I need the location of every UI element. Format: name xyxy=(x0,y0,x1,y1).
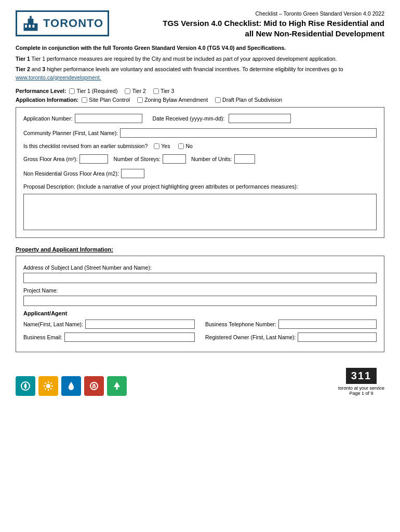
nonres-item: Non Residential Gross Floor Area (m2): xyxy=(23,169,144,178)
intro-bold: Complete in conjunction with the full To… xyxy=(16,45,384,51)
phone-col: Business Telephone Number: xyxy=(205,320,377,329)
units-item: Number of Units: xyxy=(191,154,255,164)
page-number: Page 1 of 9 xyxy=(349,391,373,396)
logo-text: TORONTO xyxy=(43,17,103,30)
tier-checkbox-group: Tier 1 (Required) Tier 2 Tier 3 xyxy=(69,88,174,94)
eco-icon xyxy=(88,380,100,392)
teal-icon xyxy=(16,376,35,396)
tier2-label: Tier 2 xyxy=(132,88,145,94)
svg-rect-5 xyxy=(33,25,35,28)
tier3-label: Tier 3 xyxy=(161,88,174,94)
no-label: No xyxy=(185,143,192,149)
property-form-box: Address of Subject Land (Street Number a… xyxy=(16,256,384,352)
draft-plan-item: Draft Plan of Subdivision xyxy=(215,97,282,103)
business-tel-input[interactable] xyxy=(278,320,377,329)
revised-label: Is this checklist revised from an earlie… xyxy=(23,143,148,149)
date-received-input[interactable] xyxy=(229,114,291,123)
community-planner-row: Community Planner (First, Last Name): xyxy=(23,128,377,138)
main-form-box: Application Number: Date Received (yyyy-… xyxy=(16,107,384,238)
site-plan-label: Site Plan Control xyxy=(89,97,130,103)
red-icon xyxy=(84,376,104,396)
svg-line-14 xyxy=(51,383,52,384)
intro-section: Complete in conjunction with the full To… xyxy=(16,45,384,82)
blue-icon xyxy=(61,376,81,396)
svg-rect-1 xyxy=(28,19,34,23)
name-input[interactable] xyxy=(85,320,195,329)
reg-owner-input[interactable] xyxy=(298,332,377,342)
date-received-label: Date Received (yyyy-mm-dd): xyxy=(153,115,225,122)
no-checkbox[interactable] xyxy=(178,143,184,149)
gfa-label: Gross Floor Area (m²): xyxy=(23,156,77,162)
yes-item: Yes xyxy=(154,143,170,149)
header-subtitle: Checklist – Toronto Green Standard Versi… xyxy=(119,10,384,17)
units-label: Number of Units: xyxy=(191,156,232,162)
logo-area: TORONTO xyxy=(16,10,109,36)
site-plan-item: Site Plan Control xyxy=(82,97,130,103)
tier1-checkbox-item: Tier 1 (Required) xyxy=(69,88,117,94)
name-col: Name(First, Last Name): xyxy=(23,320,195,329)
name-phone-row: Name(First, Last Name): Business Telepho… xyxy=(23,320,377,329)
tier3-checkbox-item: Tier 3 xyxy=(153,88,174,94)
project-name-input[interactable] xyxy=(23,296,377,306)
green-icon xyxy=(107,376,127,396)
business-tel-label: Business Telephone Number: xyxy=(205,321,276,327)
svg-rect-2 xyxy=(30,16,32,19)
header-title: TGS Version 4.0 Checklist: Mid to High R… xyxy=(119,18,384,38)
applicant-title: Applicant/Agent xyxy=(23,310,377,316)
page-footer: 311 toronto at your service Page 1 of 9 xyxy=(16,363,384,396)
tier2-checkbox-item: Tier 2 xyxy=(125,88,145,94)
nonres-label: Non Residential Gross Floor Area (m2): xyxy=(23,170,119,177)
green-dev-link[interactable]: www.toronto.ca/greendevelopment. xyxy=(16,74,101,81)
project-name-label: Project Name: xyxy=(23,287,377,294)
name-label: Name(First, Last Name): xyxy=(23,321,83,327)
svg-rect-3 xyxy=(25,25,27,28)
gfa-item: Gross Floor Area (m²): xyxy=(23,154,108,164)
zoning-checkbox[interactable] xyxy=(137,97,143,103)
business-email-label: Business Email: xyxy=(23,334,62,340)
storeys-label: Number of Storeys: xyxy=(113,156,160,162)
storeys-input[interactable] xyxy=(163,154,186,164)
site-plan-checkbox[interactable] xyxy=(82,97,87,103)
logo-box: TORONTO xyxy=(16,10,109,36)
app-num-row: Application Number: Date Received (yyyy-… xyxy=(23,114,377,123)
proposal-section: Proposal Description: (Include a narrati… xyxy=(23,183,377,231)
tier2-checkbox[interactable] xyxy=(125,88,130,94)
performance-label: Performance Level: xyxy=(16,88,66,94)
svg-rect-19 xyxy=(116,387,118,390)
yes-label: Yes xyxy=(161,143,170,149)
community-planner-label: Community Planner (First, Last Name): xyxy=(23,130,118,136)
address-input[interactable] xyxy=(23,273,377,283)
gfa-row: Gross Floor Area (m²): Number of Storeys… xyxy=(23,154,377,178)
draft-plan-label: Draft Plan of Subdivision xyxy=(222,97,282,103)
tier1-label: Tier 1 (Required) xyxy=(76,88,117,94)
svg-line-15 xyxy=(45,389,46,390)
tier1-text: Tier 1 Tier 1 performance measures are r… xyxy=(16,55,384,63)
gfa-input[interactable] xyxy=(79,154,108,164)
footer-icons xyxy=(16,376,127,396)
storeys-item: Number of Storeys: xyxy=(113,154,185,164)
owner-col: Registered Owner (First, Last Name): xyxy=(205,332,377,342)
draft-plan-checkbox[interactable] xyxy=(215,97,221,103)
address-label: Address of Subject Land (Street Number a… xyxy=(23,264,377,271)
app-num-input[interactable] xyxy=(75,114,142,123)
business-email-input[interactable] xyxy=(64,332,195,342)
proposal-textarea[interactable] xyxy=(23,194,377,230)
nonres-input[interactable] xyxy=(121,169,144,178)
reg-owner-label: Registered Owner (First, Last Name): xyxy=(205,334,296,340)
app-type-checkbox-group: Site Plan Control Zoning Bylaw Amendment… xyxy=(82,97,282,103)
tier1-checkbox[interactable] xyxy=(69,88,75,94)
units-input[interactable] xyxy=(234,154,255,164)
page-311: 311 xyxy=(346,368,377,384)
yes-checkbox[interactable] xyxy=(154,143,159,149)
footer-right: 311 toronto at your service Page 1 of 9 xyxy=(338,368,384,396)
community-planner-input[interactable] xyxy=(120,128,377,138)
svg-point-7 xyxy=(46,384,50,388)
svg-line-12 xyxy=(45,383,46,384)
tier3-checkbox[interactable] xyxy=(153,88,159,94)
performance-level-row: Performance Level: Tier 1 (Required) Tie… xyxy=(16,88,384,94)
svg-marker-18 xyxy=(114,382,120,387)
email-owner-row: Business Email: Registered Owner (First,… xyxy=(23,332,377,342)
performance-section: Performance Level: Tier 1 (Required) Tie… xyxy=(16,88,384,103)
svg-line-13 xyxy=(51,389,52,390)
svg-rect-4 xyxy=(29,25,31,28)
